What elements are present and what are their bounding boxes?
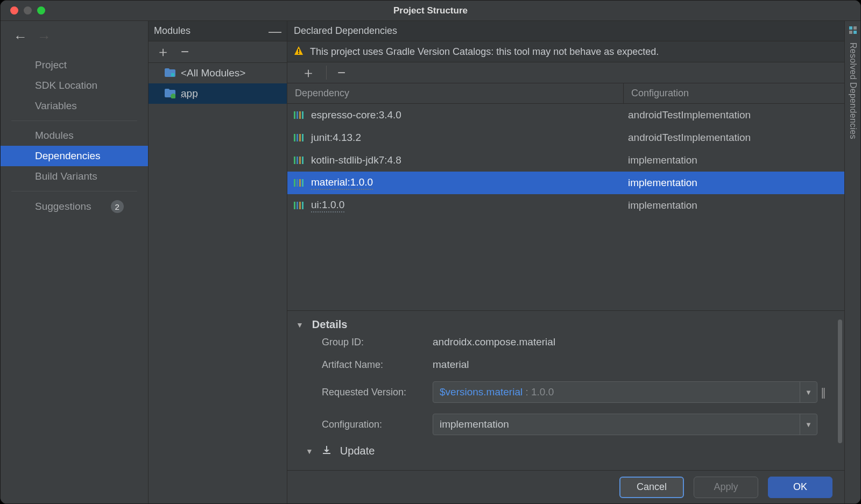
download-icon <box>322 445 331 457</box>
sidebar-item-project[interactable]: Project <box>1 55 148 75</box>
svg-rect-9 <box>294 111 295 119</box>
svg-rect-15 <box>299 134 301 141</box>
details-pane: ▼ Details Group ID: androidx.compose.mat… <box>287 310 844 470</box>
svg-marker-31 <box>324 450 329 452</box>
sidebar-item-variables[interactable]: Variables <box>1 96 148 116</box>
sidebar-item-dependencies[interactable]: Dependencies <box>1 146 148 166</box>
module-all-modules[interactable]: <All Modules> <box>149 63 287 83</box>
zoom-window-icon[interactable] <box>37 6 45 15</box>
module-app[interactable]: app <box>149 83 287 104</box>
table-row[interactable]: ui:1.0.0 implementation <box>287 194 844 217</box>
dialog-footer: Cancel Apply OK <box>287 470 844 503</box>
group-id-label: Group ID: <box>322 337 429 348</box>
sidebar-item-suggestions[interactable]: Suggestions 2 <box>1 196 148 217</box>
declared-dependencies-header: Declared Dependencies <box>287 21 844 41</box>
chevron-down-icon[interactable]: ▼ <box>296 321 304 329</box>
column-header-configuration[interactable]: Configuration <box>624 83 844 103</box>
declared-dependencies-panel: Declared Dependencies This project uses … <box>287 21 844 503</box>
svg-rect-27 <box>299 202 301 209</box>
toolbar-divider <box>326 66 327 80</box>
svg-rect-22 <box>297 179 298 187</box>
svg-rect-34 <box>849 31 852 34</box>
svg-rect-19 <box>299 157 301 164</box>
nav-forward-icon: → <box>37 29 51 45</box>
table-row[interactable]: espresso-core:3.4.0 androidTestImplement… <box>287 104 844 126</box>
project-structure-window: Project Structure ← → Project SDK Locati… <box>0 0 861 504</box>
svg-rect-11 <box>299 111 301 119</box>
svg-rect-26 <box>297 202 298 209</box>
titlebar: Project Structure <box>1 1 860 21</box>
remove-dependency-icon[interactable]: − <box>330 65 353 81</box>
collapse-panel-icon[interactable]: — <box>269 24 281 39</box>
suggestions-count-badge: 2 <box>111 200 124 213</box>
sidebar-item-build-variants[interactable]: Build Variants <box>1 166 148 187</box>
module-group-icon <box>165 68 175 78</box>
nav-back-icon[interactable]: ← <box>13 29 27 45</box>
chevron-down-icon[interactable]: ▼ <box>306 447 313 456</box>
variable-hint-icon[interactable]: ‖ <box>821 386 836 399</box>
sidebar-item-sdk-location[interactable]: SDK Location <box>1 75 148 96</box>
remove-module-icon[interactable]: − <box>181 44 189 60</box>
warning-text: This project uses Gradle Version Catalog… <box>310 46 659 58</box>
svg-rect-12 <box>302 111 304 119</box>
add-dependency-icon[interactable]: ＋ <box>294 63 323 82</box>
svg-rect-4 <box>165 89 170 92</box>
module-icon <box>165 89 175 98</box>
requested-version-label: Requested Version: <box>322 387 429 398</box>
left-sidebar: ← → Project SDK Location Variables Modul… <box>1 21 149 503</box>
configuration-combo[interactable]: implementation ▼ <box>433 414 817 435</box>
svg-rect-2 <box>171 73 174 76</box>
update-header: Update <box>340 445 375 457</box>
add-module-icon[interactable]: ＋ <box>156 42 170 61</box>
svg-rect-20 <box>302 157 304 164</box>
table-row[interactable]: material:1.0.0 implementation <box>287 172 844 194</box>
minimize-window-icon[interactable] <box>24 6 32 15</box>
scrollbar[interactable] <box>838 320 842 443</box>
window-controls <box>10 6 45 15</box>
svg-rect-33 <box>853 26 857 30</box>
table-row[interactable]: kotlin-stdlib-jdk7:4.8 implementation <box>287 149 844 172</box>
chevron-down-icon[interactable]: ▼ <box>800 414 817 435</box>
svg-rect-21 <box>294 179 295 187</box>
dependency-table: espresso-core:3.4.0 androidTestImplement… <box>287 104 844 217</box>
resolved-dependencies-label: Resolved Dependencies <box>848 42 858 139</box>
library-icon <box>294 133 305 143</box>
ok-button[interactable]: OK <box>768 477 832 498</box>
close-window-icon[interactable] <box>10 6 18 15</box>
column-header-dependency[interactable]: Dependency <box>287 83 624 103</box>
svg-rect-10 <box>297 111 298 119</box>
table-row[interactable]: junit:4.13.2 androidTestImplementation <box>287 126 844 149</box>
library-icon <box>294 178 305 188</box>
svg-rect-7 <box>298 49 299 52</box>
group-id-value: androidx.compose.material <box>433 336 817 348</box>
svg-rect-25 <box>294 202 295 209</box>
chevron-down-icon[interactable]: ▼ <box>800 382 817 402</box>
svg-rect-14 <box>297 134 298 141</box>
details-header: Details <box>312 318 348 331</box>
apply-button: Apply <box>694 477 758 498</box>
sidebar-item-modules[interactable]: Modules <box>1 125 148 146</box>
resolved-dependencies-gutter[interactable]: Resolved Dependencies <box>844 21 860 503</box>
svg-rect-29 <box>323 453 330 454</box>
svg-rect-24 <box>302 179 304 187</box>
dialog-title: Project Structure <box>1 5 860 16</box>
svg-rect-35 <box>853 31 857 34</box>
svg-rect-16 <box>302 134 304 141</box>
library-icon <box>294 155 305 165</box>
requested-version-combo[interactable]: $versions.material : 1.0.0 ▼ <box>433 381 817 403</box>
warning-bar: This project uses Gradle Version Catalog… <box>287 41 844 62</box>
artifact-name-value: material <box>433 359 817 371</box>
library-icon <box>294 110 305 120</box>
artifact-name-label: Artifact Name: <box>322 359 429 371</box>
sidebar-separator <box>11 191 137 191</box>
svg-rect-8 <box>298 53 299 54</box>
svg-rect-18 <box>297 157 298 164</box>
sidebar-separator <box>11 120 137 121</box>
library-icon <box>294 201 305 210</box>
svg-rect-32 <box>849 26 852 30</box>
cancel-button[interactable]: Cancel <box>619 477 684 498</box>
resolved-dependencies-icon <box>848 25 858 37</box>
svg-rect-13 <box>294 134 295 141</box>
svg-rect-17 <box>294 157 295 164</box>
svg-rect-1 <box>165 68 170 72</box>
